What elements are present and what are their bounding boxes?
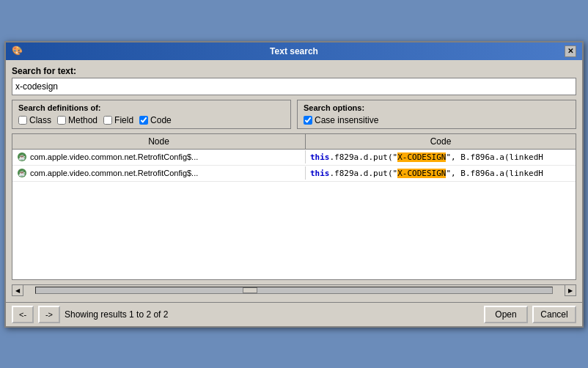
class-checkbox-item[interactable]: Class [18, 115, 51, 125]
method-label: Method [68, 115, 98, 125]
class-label: Class [29, 115, 51, 125]
close-button[interactable]: ✕ [565, 45, 576, 57]
dialog-body: Search for text: Search definitions of: … [6, 60, 582, 302]
svg-text:☕: ☕ [18, 169, 26, 177]
search-definitions-title: Search definitions of: [18, 103, 284, 112]
cancel-button[interactable]: Cancel [532, 306, 576, 323]
code-checkbox[interactable] [139, 116, 148, 125]
class-checkbox[interactable] [18, 116, 27, 125]
search-options-group: Search options: Case insensitive [297, 100, 576, 129]
code-label: Code [150, 115, 172, 125]
field-checkbox[interactable] [103, 116, 112, 125]
dialog-title: Text search [23, 46, 565, 56]
search-options-title: Search options: [304, 103, 570, 112]
results-table: Node Code ☕ com.apple.video.common.net.R… [12, 133, 576, 280]
app-icon: 🎨 [12, 45, 23, 57]
search-options-checkboxes: Case insensitive [304, 115, 570, 125]
bottom-bar: <- -> Showing results 1 to 2 of 2 Open C… [6, 302, 582, 326]
search-for-text-section: Search for text: [12, 66, 576, 95]
options-row: Search definitions of: Class Method Fiel… [12, 100, 576, 129]
title-bar: 🎨 Text search ✕ [6, 43, 582, 60]
field-label: Field [114, 115, 133, 125]
code-cell-1: this.f829a.d.put("X-CODESIGN", B.f896a.a… [306, 151, 576, 163]
search-definitions-group: Search definitions of: Class Method Fiel… [12, 100, 291, 129]
node-cell-1: ☕ com.apple.video.common.net.RetrofitCon… [12, 150, 306, 163]
code-before-2: .f829a.d.put(" [330, 169, 398, 178]
method-checkbox[interactable] [57, 116, 66, 125]
code-cell-2: this.f829a.d.put("X-CODESIGN", B.f896a.a… [306, 167, 576, 180]
table-body: ☕ com.apple.video.common.net.RetrofitCon… [12, 150, 576, 279]
node-column-header: Node [12, 134, 306, 149]
code-before-1: .f829a.d.put(" [330, 152, 398, 162]
method-checkbox-item[interactable]: Method [57, 115, 98, 125]
this-keyword-1: this [310, 152, 330, 162]
next-button[interactable]: -> [38, 306, 60, 323]
node-icon-1: ☕ [17, 152, 27, 162]
status-text: Showing results 1 to 2 of 2 [65, 309, 479, 320]
code-content-2: this.f829a.d.put("X-CODESIGN", B.f896a.a… [310, 169, 543, 178]
open-button[interactable]: Open [484, 306, 528, 323]
text-search-dialog: 🎨 Text search ✕ Search for text: Search … [4, 41, 584, 328]
node-text-2: com.apple.video.common.net.RetrofitConfi… [30, 169, 198, 177]
scroll-right-btn[interactable]: ▶ [565, 284, 576, 296]
action-buttons: Open Cancel [484, 306, 576, 323]
node-text-1: com.apple.video.common.net.RetrofitConfi… [30, 152, 198, 161]
this-keyword-2: this [310, 169, 330, 178]
svg-text:☕: ☕ [18, 153, 26, 161]
scrollbar-track[interactable] [35, 287, 553, 294]
search-definitions-checkboxes: Class Method Field Code [18, 115, 284, 125]
horizontal-scrollbar: ◀ ▶ [12, 284, 576, 296]
prev-button[interactable]: <- [12, 306, 34, 323]
table-row[interactable]: ☕ com.apple.video.common.net.RetrofitCon… [12, 150, 576, 166]
case-insensitive-checkbox[interactable] [304, 116, 312, 125]
case-insensitive-checkbox-item[interactable]: Case insensitive [304, 115, 378, 125]
search-input[interactable] [12, 78, 576, 95]
code-content-1: this.f829a.d.put("X-CODESIGN", B.f896a.a… [310, 152, 543, 162]
code-checkbox-item[interactable]: Code [139, 115, 172, 125]
code-column-header: Code [306, 134, 576, 149]
case-insensitive-label: Case insensitive [315, 115, 378, 125]
code-after-1: ", B.f896a.a(linkedH [446, 152, 543, 162]
node-icon-2: ☕ [17, 168, 27, 178]
table-row[interactable]: ☕ com.apple.video.common.net.RetrofitCon… [12, 166, 576, 182]
node-cell-2: ☕ com.apple.video.common.net.RetrofitCon… [12, 166, 306, 180]
code-highlighted-1: X-CODESIGN [397, 152, 446, 162]
scrollbar-thumb[interactable] [243, 287, 257, 293]
scroll-left-btn[interactable]: ◀ [12, 284, 23, 296]
code-highlighted-2: X-CODESIGN [397, 169, 446, 178]
table-header: Node Code [12, 134, 576, 150]
search-label: Search for text: [12, 66, 576, 76]
code-after-2: ", B.f896a.a(linkedH [446, 169, 543, 178]
field-checkbox-item[interactable]: Field [103, 115, 133, 125]
